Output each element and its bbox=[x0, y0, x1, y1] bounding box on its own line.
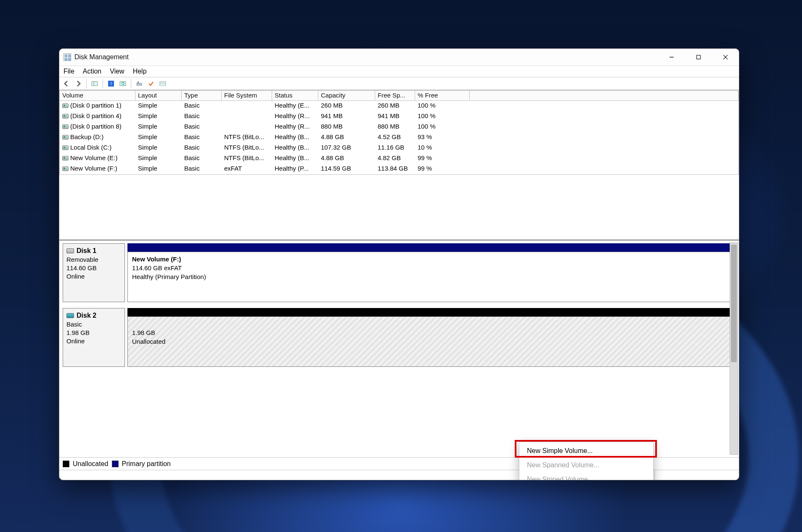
cell-free: 880 MB bbox=[375, 122, 415, 132]
close-button[interactable] bbox=[712, 49, 739, 66]
disk-icon bbox=[66, 313, 74, 318]
ctx-new-striped-volume: New Striped Volume... bbox=[519, 472, 653, 480]
cell-type: Basic bbox=[182, 164, 222, 174]
column-header-pctfree[interactable]: % Free bbox=[415, 91, 470, 101]
toolbar: ? bbox=[59, 77, 739, 90]
cell-fs: exFAT bbox=[222, 164, 272, 174]
window-title: Disk Management bbox=[74, 53, 129, 61]
menu-action[interactable]: Action bbox=[83, 68, 101, 75]
disk-label-block[interactable]: Disk 1 Removable 114.60 GB Online bbox=[63, 243, 125, 302]
column-header-free[interactable]: Free Sp... bbox=[375, 91, 415, 101]
svg-rect-10 bbox=[138, 82, 139, 83]
disk-name: Disk 2 bbox=[77, 312, 96, 319]
disk-label-block[interactable]: Disk 2 Basic 1.98 GB Online bbox=[63, 308, 125, 367]
cell-fs: NTFS (BitLo... bbox=[222, 143, 272, 153]
cell-type: Basic bbox=[182, 101, 222, 111]
views-icon bbox=[136, 80, 143, 87]
forward-button[interactable] bbox=[74, 79, 83, 88]
disk-state: Online bbox=[66, 337, 85, 345]
volume-table: Volume Layout Type File System Status Ca… bbox=[59, 90, 739, 175]
partition-color-strip bbox=[127, 308, 736, 316]
table-row[interactable]: (Disk 0 partition 8) Simple Basic Health… bbox=[60, 122, 738, 132]
volume-icon bbox=[62, 135, 69, 140]
cell-fs bbox=[222, 101, 272, 111]
settings-button[interactable] bbox=[135, 79, 144, 88]
menu-view[interactable]: View bbox=[110, 68, 124, 75]
cell-volume: New Volume (E:) bbox=[70, 154, 118, 161]
cell-pct: 100 % bbox=[415, 101, 470, 111]
menu-help[interactable]: Help bbox=[133, 68, 147, 75]
partition-block-unallocated[interactable]: 1.98 GB Unallocated bbox=[127, 316, 736, 367]
refresh-button[interactable] bbox=[118, 79, 127, 88]
cell-pct: 99 % bbox=[415, 153, 470, 164]
cell-fs: NTFS (BitLo... bbox=[222, 153, 272, 164]
disk-graphical-panel: Disk 1 Removable 114.60 GB Online New Vo… bbox=[59, 240, 739, 470]
cell-free: 4.82 GB bbox=[375, 153, 415, 164]
ctx-new-simple-volume[interactable]: New Simple Volume... bbox=[519, 444, 653, 458]
cell-pct: 99 % bbox=[415, 164, 470, 174]
column-header-capacity[interactable]: Capacity bbox=[318, 91, 375, 101]
cell-pct: 100 % bbox=[415, 122, 470, 132]
show-hide-console-button[interactable] bbox=[90, 79, 99, 88]
arrow-right-icon bbox=[75, 80, 82, 87]
cell-status: Healthy (R... bbox=[272, 122, 318, 132]
scrollbar-thumb[interactable] bbox=[731, 245, 737, 362]
cell-type: Basic bbox=[182, 132, 222, 143]
arrow-left-icon bbox=[63, 80, 70, 87]
toolbar-separator bbox=[103, 79, 103, 88]
cell-cap: 4.88 GB bbox=[318, 153, 375, 164]
disk-kind: Removable bbox=[66, 256, 98, 263]
table-row[interactable]: New Volume (F:) Simple Basic exFAT Healt… bbox=[60, 164, 738, 174]
volume-table-header: Volume Layout Type File System Status Ca… bbox=[60, 91, 738, 101]
action-button[interactable] bbox=[146, 79, 156, 88]
column-header-filesystem[interactable]: File System bbox=[222, 91, 272, 101]
cell-cap: 941 MB bbox=[318, 111, 375, 122]
back-button[interactable] bbox=[62, 79, 71, 88]
cell-fs bbox=[222, 122, 272, 132]
cell-layout: Simple bbox=[135, 101, 182, 111]
table-row[interactable]: Backup (D:) Simple Basic NTFS (BitLo... … bbox=[60, 132, 738, 143]
refresh-icon bbox=[119, 80, 126, 87]
menu-bar: File Action View Help bbox=[59, 66, 739, 77]
column-header-type[interactable]: Type bbox=[182, 91, 222, 101]
list-button[interactable] bbox=[158, 79, 167, 88]
cell-volume: New Volume (F:) bbox=[70, 165, 117, 172]
column-header-layout[interactable]: Layout bbox=[135, 91, 182, 101]
help-button[interactable]: ? bbox=[106, 79, 116, 88]
partition-block[interactable]: New Volume (F:) 114.60 GB exFAT Healthy … bbox=[127, 252, 736, 302]
list-icon bbox=[159, 80, 166, 87]
cell-status: Healthy (B... bbox=[272, 153, 318, 164]
volume-icon bbox=[62, 124, 69, 129]
disk-icon bbox=[66, 248, 74, 253]
svg-rect-11 bbox=[160, 82, 166, 86]
vertical-scrollbar[interactable] bbox=[730, 242, 738, 455]
ctx-new-spanned-volume: New Spanned Volume... bbox=[519, 458, 653, 472]
svg-rect-9 bbox=[137, 83, 142, 85]
title-bar[interactable]: Disk Management bbox=[59, 49, 739, 66]
table-row[interactable]: (Disk 0 partition 4) Simple Basic Health… bbox=[60, 111, 738, 122]
cell-status: Healthy (E... bbox=[272, 101, 318, 111]
toolbar-separator bbox=[86, 79, 87, 88]
svg-text:?: ? bbox=[110, 81, 112, 86]
svg-rect-4 bbox=[92, 82, 98, 86]
maximize-button[interactable] bbox=[685, 49, 712, 66]
minimize-button[interactable] bbox=[658, 49, 685, 66]
legend-label-unallocated: Unallocated bbox=[73, 460, 109, 468]
partition-name: New Volume (F:) bbox=[132, 255, 181, 263]
table-row[interactable]: (Disk 0 partition 1) Simple Basic Health… bbox=[60, 101, 738, 111]
column-header-volume[interactable]: Volume bbox=[60, 91, 135, 101]
column-header-status[interactable]: Status bbox=[272, 91, 318, 101]
cell-volume: Local Disk (C:) bbox=[70, 144, 111, 151]
table-row[interactable]: Local Disk (C:) Simple Basic NTFS (BitLo… bbox=[60, 143, 738, 153]
cell-fs: NTFS (BitLo... bbox=[222, 132, 272, 143]
cell-fs bbox=[222, 111, 272, 122]
disk-state: Online bbox=[66, 273, 85, 280]
cell-layout: Simple bbox=[135, 164, 182, 174]
legend-swatch-primary bbox=[112, 461, 119, 467]
table-row[interactable]: New Volume (E:) Simple Basic NTFS (BitLo… bbox=[60, 153, 738, 164]
volume-icon bbox=[62, 103, 69, 108]
cell-type: Basic bbox=[182, 153, 222, 164]
partition-status: Unallocated bbox=[132, 338, 165, 345]
volume-icon bbox=[62, 156, 69, 161]
menu-file[interactable]: File bbox=[64, 68, 74, 75]
